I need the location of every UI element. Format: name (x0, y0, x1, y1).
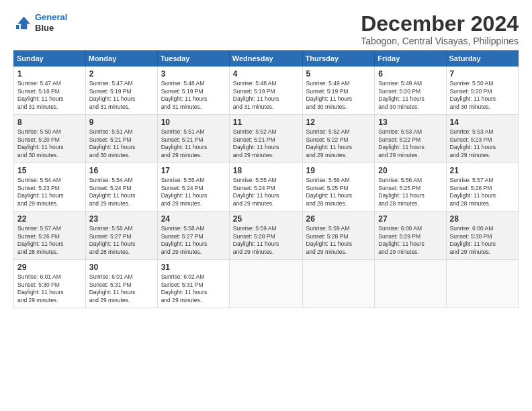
calendar-week-2: 8Sunrise: 5:50 AMSunset: 5:20 PMDaylight… (14, 115, 519, 163)
calendar-cell: 13Sunrise: 5:53 AMSunset: 5:22 PMDayligh… (375, 115, 446, 163)
day-number: 15 (17, 166, 82, 175)
header: General Blue December 2024 Tabogon, Cent… (13, 12, 519, 46)
day-info: Sunrise: 5:55 AMSunset: 5:24 PMDaylight:… (161, 177, 226, 208)
day-info: Sunrise: 6:00 AMSunset: 5:30 PMDaylight:… (450, 225, 515, 256)
day-number: 24 (161, 214, 226, 224)
calendar-cell (375, 260, 446, 308)
svg-rect-1 (16, 25, 19, 29)
calendar-week-1: 1Sunrise: 5:47 AMSunset: 5:18 PMDaylight… (14, 66, 519, 115)
weekday-header-sunday: Sunday (14, 51, 86, 66)
calendar-cell: 20Sunrise: 5:56 AMSunset: 5:25 PMDayligh… (375, 163, 446, 212)
calendar-cell: 10Sunrise: 5:51 AMSunset: 5:21 PMDayligh… (157, 115, 229, 163)
logo-text: General Blue (35, 12, 67, 33)
day-info: Sunrise: 6:02 AMSunset: 5:31 PMDaylight:… (161, 273, 226, 304)
day-number: 19 (306, 166, 371, 175)
day-number: 10 (161, 118, 226, 127)
calendar-cell: 5Sunrise: 5:49 AMSunset: 5:19 PMDaylight… (302, 66, 375, 115)
day-number: 8 (17, 118, 82, 127)
day-number: 7 (450, 69, 515, 79)
day-number: 20 (378, 166, 442, 175)
day-info: Sunrise: 5:51 AMSunset: 5:21 PMDaylight:… (161, 128, 226, 159)
calendar-cell: 11Sunrise: 5:52 AMSunset: 5:21 PMDayligh… (229, 115, 302, 163)
day-number: 4 (233, 69, 299, 79)
weekday-header-saturday: Saturday (446, 51, 518, 66)
day-number: 17 (161, 166, 226, 175)
day-info: Sunrise: 5:54 AMSunset: 5:24 PMDaylight:… (89, 177, 154, 208)
day-info: Sunrise: 6:00 AMSunset: 5:29 PMDaylight:… (378, 225, 442, 256)
logo-icon (13, 13, 32, 32)
day-info: Sunrise: 5:56 AMSunset: 5:25 PMDaylight:… (378, 177, 442, 208)
calendar-cell: 14Sunrise: 5:53 AMSunset: 5:23 PMDayligh… (446, 115, 518, 163)
day-number: 31 (161, 263, 226, 272)
day-info: Sunrise: 5:55 AMSunset: 5:24 PMDaylight:… (233, 177, 299, 208)
subtitle: Tabogon, Central Visayas, Philippines (361, 36, 519, 46)
main-title: December 2024 (361, 12, 519, 36)
calendar-week-4: 22Sunrise: 5:57 AMSunset: 5:26 PMDayligh… (14, 212, 519, 260)
day-number: 12 (306, 118, 371, 127)
day-info: Sunrise: 5:47 AMSunset: 5:19 PMDaylight:… (89, 80, 154, 111)
calendar-cell: 19Sunrise: 5:56 AMSunset: 5:25 PMDayligh… (302, 163, 375, 212)
calendar-cell: 9Sunrise: 5:51 AMSunset: 5:21 PMDaylight… (85, 115, 157, 163)
day-info: Sunrise: 5:49 AMSunset: 5:20 PMDaylight:… (378, 80, 442, 111)
day-info: Sunrise: 6:01 AMSunset: 5:31 PMDaylight:… (89, 273, 154, 304)
day-number: 21 (450, 166, 515, 175)
day-info: Sunrise: 5:59 AMSunset: 5:28 PMDaylight:… (233, 225, 299, 256)
calendar-cell (446, 260, 518, 308)
day-number: 1 (17, 69, 82, 79)
calendar-cell: 28Sunrise: 6:00 AMSunset: 5:30 PMDayligh… (446, 212, 518, 260)
calendar-cell: 31Sunrise: 6:02 AMSunset: 5:31 PMDayligh… (157, 260, 229, 308)
day-info: Sunrise: 5:52 AMSunset: 5:22 PMDaylight:… (306, 128, 371, 159)
calendar: SundayMondayTuesdayWednesdayThursdayFrid… (13, 50, 519, 308)
title-block: December 2024 Tabogon, Central Visayas, … (361, 12, 519, 46)
day-info: Sunrise: 5:49 AMSunset: 5:19 PMDaylight:… (306, 80, 371, 111)
weekday-header-wednesday: Wednesday (229, 51, 302, 66)
day-number: 29 (17, 263, 82, 272)
weekday-header-monday: Monday (85, 51, 157, 66)
weekday-header-friday: Friday (375, 51, 446, 66)
day-number: 9 (89, 118, 154, 127)
day-info: Sunrise: 5:58 AMSunset: 5:27 PMDaylight:… (161, 225, 226, 256)
calendar-week-5: 29Sunrise: 6:01 AMSunset: 5:30 PMDayligh… (14, 260, 519, 308)
calendar-cell: 4Sunrise: 5:48 AMSunset: 5:19 PMDaylight… (229, 66, 302, 115)
day-info: Sunrise: 5:50 AMSunset: 5:20 PMDaylight:… (450, 80, 515, 111)
day-number: 28 (450, 214, 515, 224)
day-info: Sunrise: 5:53 AMSunset: 5:22 PMDaylight:… (378, 128, 442, 159)
page: General Blue December 2024 Tabogon, Cent… (0, 0, 532, 315)
calendar-cell (302, 260, 375, 308)
day-info: Sunrise: 5:58 AMSunset: 5:27 PMDaylight:… (89, 225, 154, 256)
calendar-cell: 24Sunrise: 5:58 AMSunset: 5:27 PMDayligh… (157, 212, 229, 260)
calendar-cell: 7Sunrise: 5:50 AMSunset: 5:20 PMDaylight… (446, 66, 518, 115)
day-number: 16 (89, 166, 154, 175)
weekday-header-tuesday: Tuesday (157, 51, 229, 66)
calendar-cell: 3Sunrise: 5:48 AMSunset: 5:19 PMDaylight… (157, 66, 229, 115)
calendar-cell: 6Sunrise: 5:49 AMSunset: 5:20 PMDaylight… (375, 66, 446, 115)
day-info: Sunrise: 5:57 AMSunset: 5:26 PMDaylight:… (17, 225, 82, 256)
calendar-cell: 12Sunrise: 5:52 AMSunset: 5:22 PMDayligh… (302, 115, 375, 163)
calendar-cell: 2Sunrise: 5:47 AMSunset: 5:19 PMDaylight… (85, 66, 157, 115)
day-number: 23 (89, 214, 154, 224)
day-number: 14 (450, 118, 515, 127)
day-number: 22 (17, 214, 82, 224)
calendar-cell: 30Sunrise: 6:01 AMSunset: 5:31 PMDayligh… (85, 260, 157, 308)
day-number: 6 (378, 69, 442, 79)
day-info: Sunrise: 5:48 AMSunset: 5:19 PMDaylight:… (161, 80, 226, 111)
day-info: Sunrise: 5:59 AMSunset: 5:28 PMDaylight:… (306, 225, 371, 256)
weekday-header-thursday: Thursday (302, 51, 375, 66)
day-number: 18 (233, 166, 299, 175)
calendar-week-3: 15Sunrise: 5:54 AMSunset: 5:23 PMDayligh… (14, 163, 519, 212)
calendar-cell: 27Sunrise: 6:00 AMSunset: 5:29 PMDayligh… (375, 212, 446, 260)
day-info: Sunrise: 5:48 AMSunset: 5:19 PMDaylight:… (233, 80, 299, 111)
calendar-cell: 1Sunrise: 5:47 AMSunset: 5:18 PMDaylight… (14, 66, 86, 115)
calendar-cell: 23Sunrise: 5:58 AMSunset: 5:27 PMDayligh… (85, 212, 157, 260)
day-number: 30 (89, 263, 154, 272)
day-info: Sunrise: 6:01 AMSunset: 5:30 PMDaylight:… (17, 273, 82, 304)
calendar-cell: 22Sunrise: 5:57 AMSunset: 5:26 PMDayligh… (14, 212, 86, 260)
day-number: 27 (378, 214, 442, 224)
calendar-cell: 17Sunrise: 5:55 AMSunset: 5:24 PMDayligh… (157, 163, 229, 212)
calendar-cell: 15Sunrise: 5:54 AMSunset: 5:23 PMDayligh… (14, 163, 86, 212)
day-info: Sunrise: 5:47 AMSunset: 5:18 PMDaylight:… (17, 80, 82, 111)
day-info: Sunrise: 5:51 AMSunset: 5:21 PMDaylight:… (89, 128, 154, 159)
logo: General Blue (13, 12, 67, 33)
calendar-cell (229, 260, 302, 308)
day-number: 13 (378, 118, 442, 127)
